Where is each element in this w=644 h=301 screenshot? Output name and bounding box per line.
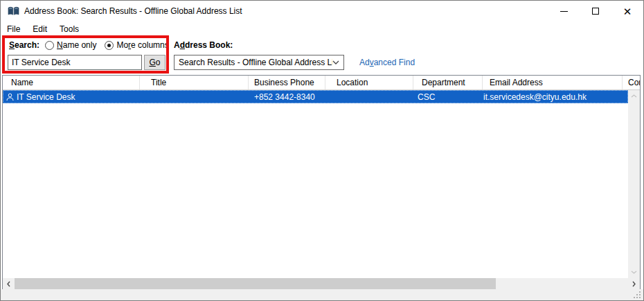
column-header-business-phone[interactable]: Business Phone: [249, 76, 325, 89]
column-header-company-truncated[interactable]: Con: [623, 76, 640, 89]
radio-more-columns[interactable]: More columns: [105, 40, 168, 50]
go-button-label: Go: [149, 58, 160, 67]
row-department-cell: CSC: [413, 92, 483, 102]
column-header-email-address[interactable]: Email Address: [483, 76, 623, 89]
radio-name-only-icon: [45, 41, 54, 50]
scroll-up-button[interactable]: [628, 90, 640, 102]
minimize-icon: [560, 11, 568, 12]
menu-edit[interactable]: Edit: [26, 23, 53, 35]
results-list: Name Title Business Phone Location Depar…: [2, 75, 641, 291]
column-header-department[interactable]: Department: [413, 76, 483, 89]
close-button[interactable]: ✕: [611, 1, 643, 22]
menu-file[interactable]: File: [1, 23, 26, 35]
close-icon: ✕: [623, 6, 632, 17]
maximize-icon: [592, 8, 599, 15]
chevron-left-icon: [7, 281, 10, 287]
chevron-down-icon: [332, 60, 339, 64]
go-button[interactable]: Go: [144, 55, 166, 70]
search-options-row: Search: Name only More columns: [9, 40, 169, 50]
column-header-name[interactable]: Name: [3, 76, 140, 89]
search-label: Search:: [9, 40, 39, 50]
vertical-scrollbar[interactable]: [628, 90, 640, 278]
scroll-right-button[interactable]: [628, 278, 640, 290]
chevron-right-icon: [632, 281, 636, 287]
column-header-title[interactable]: Title: [140, 76, 249, 89]
horizontal-scrollbar-track[interactable]: [496, 278, 628, 290]
address-book-label: Address Book:: [174, 40, 233, 50]
window-controls: ✕: [548, 1, 643, 22]
titlebar: Address Book: Search Results - Offline G…: [1, 1, 643, 22]
status-strip: [1, 289, 643, 300]
scroll-left-button[interactable]: [3, 278, 15, 290]
window-title: Address Book: Search Results - Offline G…: [24, 6, 242, 16]
radio-more-columns-icon: [105, 41, 114, 50]
row-business-phone-cell: +852 3442-8340: [249, 92, 325, 102]
advanced-find-link[interactable]: Advanced Find: [359, 58, 415, 67]
radio-more-columns-label: More columns: [116, 40, 168, 50]
menu-tools[interactable]: Tools: [53, 23, 85, 35]
maximize-button[interactable]: [580, 1, 611, 22]
person-icon: [6, 93, 14, 101]
column-header-location[interactable]: Location: [325, 76, 413, 89]
address-book-select[interactable]: Search Results - Offline Global Address …: [174, 55, 344, 70]
menubar: File Edit Tools: [1, 22, 643, 37]
chevron-up-icon: [631, 94, 637, 98]
list-header: Name Title Business Phone Location Depar…: [3, 76, 640, 90]
radio-name-only[interactable]: Name only: [45, 40, 96, 50]
scroll-down-button[interactable]: [628, 266, 640, 278]
chevron-down-icon: [631, 270, 637, 274]
resize-grip-icon[interactable]: [633, 291, 641, 299]
address-book-selected-value: Search Results - Offline Global Address …: [179, 58, 332, 67]
row-name-cell: IT Service Desk: [3, 92, 140, 102]
table-row[interactable]: IT Service Desk +852 3442-8340 CSC it.se…: [3, 90, 628, 103]
row-name-text: IT Service Desk: [17, 92, 75, 102]
horizontal-scrollbar[interactable]: [3, 278, 640, 290]
minimize-button[interactable]: [548, 1, 580, 22]
address-book-icon: [8, 6, 19, 16]
row-email-cell: it.servicedesk@cityu.edu.hk: [483, 92, 623, 102]
radio-name-only-label: Name only: [57, 40, 96, 50]
address-book-window: Address Book: Search Results - Offline G…: [0, 0, 644, 301]
horizontal-scrollbar-thumb[interactable]: [15, 278, 496, 290]
search-input[interactable]: [8, 55, 142, 70]
